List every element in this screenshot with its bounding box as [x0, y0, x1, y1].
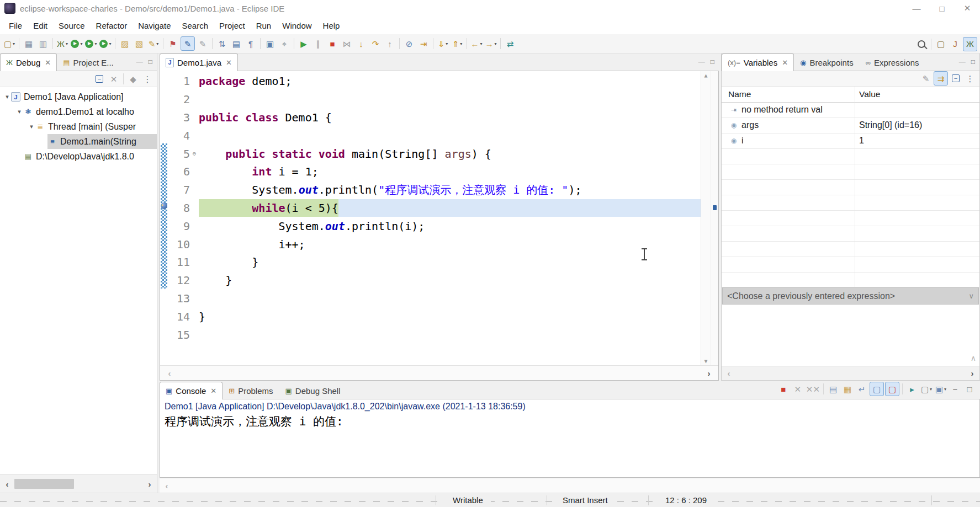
editor-vertical-scrollbar[interactable]: ▲ ▼ [701, 71, 711, 365]
show-references-icon[interactable]: ⇉ [934, 71, 948, 86]
line-number[interactable]: 5 [168, 147, 190, 161]
line-number[interactable]: 6 [168, 165, 190, 178]
line-number[interactable]: 2 [168, 93, 190, 106]
show-annotations-icon[interactable]: ▤ [230, 37, 243, 50]
overview-ruler[interactable] [711, 71, 718, 365]
editor-tab-demo1-java[interactable]: JDemo1.java✕ [160, 54, 238, 71]
open-console-icon[interactable]: ▣▾ [934, 382, 947, 396]
java-perspective-icon[interactable]: J [949, 38, 962, 51]
console-horizontal-scrollbar[interactable]: ‹ [160, 478, 980, 493]
console-tab-console[interactable]: ▣Console✕ [160, 382, 223, 399]
empty-row[interactable] [722, 257, 979, 273]
scroll-thumb[interactable] [14, 479, 74, 489]
menu-window[interactable]: Window [277, 19, 317, 33]
minimize-button[interactable]: — [904, 0, 929, 17]
scroll-right-arrow[interactable]: › [965, 369, 979, 378]
chevron-up-icon[interactable]: ∧ [971, 354, 976, 362]
view-menu-icon[interactable]: ⋮ [141, 72, 154, 86]
empty-row[interactable] [722, 195, 979, 211]
variable-row-no-method-return-val[interactable]: ⇥no method return val [722, 103, 979, 118]
view-menu-icon[interactable]: ⋮ [963, 72, 977, 85]
scroll-right-arrow[interactable]: › [142, 479, 157, 489]
skip-breakpoints-icon[interactable]: ⊘ [402, 37, 416, 50]
code-line-12[interactable]: 12 } [168, 271, 701, 290]
run-icon[interactable]: ▶▾ [70, 37, 83, 50]
console-content[interactable]: Demo1 [Java Application] D:\Develop\Java… [160, 399, 980, 478]
annotate-icon[interactable]: ✎▾ [147, 37, 160, 50]
pin-console-icon[interactable]: ▸ [905, 382, 919, 396]
new-wizard-icon[interactable]: ▢▾ [3, 37, 16, 50]
expression-chooser[interactable]: <Choose a previously entered expression>… [722, 287, 979, 305]
remove-terminated-icon[interactable]: ✕ [107, 72, 120, 86]
collapse-all-icon[interactable]: − [949, 72, 962, 85]
code-editor[interactable]: 1package demo1;23public class Demo1 {45⊖… [160, 71, 718, 365]
step-into-icon[interactable]: ↓ [354, 37, 368, 50]
close-icon[interactable]: ✕ [782, 58, 788, 67]
chevron-expanded-icon[interactable]: ▾ [15, 108, 23, 115]
variable-row-args[interactable]: ◉argsString[0] (id=16) [722, 118, 979, 134]
external-tools-icon[interactable]: ▶▾ [99, 37, 112, 50]
open-perspective-icon[interactable]: ▢ [934, 38, 947, 51]
empty-row[interactable] [722, 164, 979, 180]
tree-item-demo1-java-application[interactable]: ▾JDemo1 [Java Application] [0, 89, 157, 104]
empty-row[interactable] [722, 242, 979, 257]
line-number[interactable]: 13 [168, 292, 190, 305]
coverage-icon[interactable]: ▶▾ [84, 37, 98, 50]
variables-table-header[interactable]: Name Value [722, 87, 979, 103]
maximize-view-icon[interactable]: □ [971, 58, 975, 66]
debug-launch-tree[interactable]: ▾JDemo1 [Java Application]▾❃demo1.Demo1 … [0, 87, 157, 474]
code-lines[interactable]: 1package demo1;23public class Demo1 {45⊖… [168, 71, 701, 365]
code-line-5[interactable]: 5⊖ public static void main(String[] args… [168, 145, 701, 163]
save-icon[interactable]: ▦ [22, 37, 35, 50]
scroll-left-arrow[interactable]: ‹ [722, 369, 736, 378]
vars-tab-breakpoints[interactable]: ◉Breakpoints [794, 54, 860, 71]
line-number[interactable]: 15 [168, 328, 190, 341]
collapse-all-icon[interactable]: − [93, 72, 106, 86]
code-line-4[interactable]: 4 [168, 126, 701, 145]
minimize-view-icon[interactable]: — [698, 58, 705, 66]
name-column-header[interactable]: Name [722, 89, 855, 99]
console-tab-debug-shell[interactable]: ▣Debug Shell [279, 382, 347, 399]
line-number[interactable]: 9 [168, 220, 190, 233]
sort-icon[interactable]: ⇅ [215, 37, 229, 50]
menu-file[interactable]: File [3, 19, 28, 33]
code-line-3[interactable]: 3public class Demo1 { [168, 109, 701, 127]
menu-search[interactable]: Search [176, 19, 214, 33]
scroll-left-arrow[interactable]: ‹ [160, 481, 174, 490]
empty-row[interactable] [722, 149, 979, 164]
filter-icon[interactable]: ◆ [126, 72, 140, 86]
empty-row[interactable] [722, 180, 979, 195]
variable-row-i[interactable]: ◉i1 [722, 134, 979, 149]
editor-horizontal-scrollbar[interactable]: ‹ › [160, 365, 718, 380]
tree-item-thread-main-susper[interactable]: ▾≣Thread [main] (Susper [0, 119, 157, 134]
terminate-icon[interactable]: ■ [326, 37, 339, 50]
vars-tab-expressions[interactable]: ∞Expressions [860, 54, 925, 71]
last-edit-location-icon[interactable]: ⚑ [166, 37, 179, 50]
chevron-expanded-icon[interactable]: ▾ [28, 123, 35, 130]
line-number[interactable]: 1 [168, 74, 190, 88]
tree-item-demo1-main-string[interactable]: ≡Demo1.main(String [0, 134, 157, 149]
open-type-icon[interactable]: ▨ [118, 37, 131, 50]
minimize-view-icon[interactable]: — [959, 58, 966, 66]
scroll-lock-icon[interactable]: ▦ [841, 382, 854, 396]
previous-annotation-icon[interactable]: ⇑▾ [451, 37, 464, 50]
scroll-right-arrow[interactable]: › [702, 369, 716, 378]
save-all-icon[interactable]: ▥ [36, 37, 50, 50]
empty-row[interactable] [722, 273, 979, 287]
remove-all-launches-icon[interactable]: ✕✕ [806, 382, 820, 396]
menu-help[interactable]: Help [317, 19, 346, 33]
scroll-down-arrow[interactable]: ▼ [704, 358, 707, 364]
line-number[interactable]: 11 [168, 255, 190, 269]
open-resource-icon[interactable]: ▧ [133, 37, 146, 50]
code-line-1[interactable]: 1package demo1; [168, 72, 701, 90]
empty-row[interactable] [722, 211, 979, 226]
maximize-view-icon[interactable]: □ [149, 58, 152, 66]
open-console-view-icon[interactable]: ▣ [263, 37, 277, 50]
step-over-icon[interactable]: ↷ [369, 37, 382, 50]
value-column-header[interactable]: Value [855, 89, 979, 99]
line-number[interactable]: 4 [168, 129, 190, 142]
menu-navigate[interactable]: Navigate [133, 19, 176, 33]
show-stdout-icon[interactable]: ▢ [870, 382, 884, 396]
next-annotation-icon[interactable]: ⇓▾ [436, 37, 449, 50]
inspect-icon[interactable]: ⌖ [278, 37, 291, 50]
